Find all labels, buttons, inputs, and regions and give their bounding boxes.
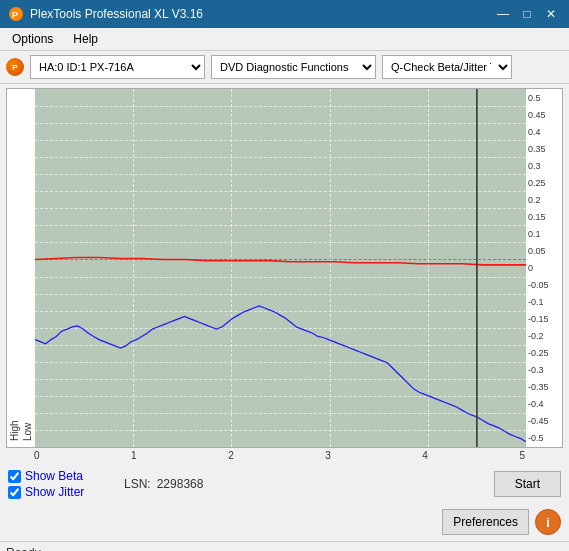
show-jitter-label: Show Jitter — [25, 485, 84, 499]
titlebar-left: P PlexTools Professional XL V3.16 — [8, 6, 203, 22]
menu-help[interactable]: Help — [67, 30, 104, 48]
chart-right-axis: 0.5 0.45 0.4 0.35 0.3 0.25 0.2 0.15 0.1 … — [526, 89, 562, 447]
show-beta-label: Show Beta — [25, 469, 83, 483]
main-content: High Low — [0, 84, 569, 541]
drive-icon: P — [6, 58, 24, 76]
show-jitter-row: Show Jitter — [8, 485, 118, 499]
show-jitter-checkbox[interactable] — [8, 486, 21, 499]
info-button[interactable]: i — [535, 509, 561, 535]
toolbar: P HA:0 ID:1 PX-716A DVD Diagnostic Funct… — [0, 51, 569, 84]
test-select[interactable]: Q-Check Beta/Jitter Test — [382, 55, 512, 79]
chart-grid — [35, 89, 526, 447]
chart-section: High Low — [6, 88, 563, 461]
status-text: Ready — [6, 546, 41, 552]
chart-container: High Low — [6, 88, 563, 448]
chart-left-axis: High Low — [7, 89, 35, 447]
titlebar: P PlexTools Professional XL V3.16 — □ ✕ — [0, 0, 569, 28]
lsn-value: 2298368 — [157, 477, 204, 491]
preferences-button[interactable]: Preferences — [442, 509, 529, 535]
show-beta-checkbox[interactable] — [8, 470, 21, 483]
chart-high-label: High — [9, 95, 20, 441]
minimize-button[interactable]: — — [493, 4, 513, 24]
lsn-section: LSN: 2298368 — [124, 477, 203, 491]
window-title: PlexTools Professional XL V3.16 — [30, 7, 203, 21]
chart-low-label: Low — [22, 95, 33, 441]
chart-x-axis: 0 1 2 3 4 5 — [6, 448, 563, 461]
bottom-controls: Show Beta Show Jitter LSN: 2298368 Start — [6, 465, 563, 503]
lsn-label: LSN: — [124, 477, 151, 491]
drive-select[interactable]: HA:0 ID:1 PX-716A — [30, 55, 205, 79]
titlebar-controls: — □ ✕ — [493, 4, 561, 24]
preferences-row: Preferences i — [6, 507, 563, 537]
show-beta-row: Show Beta — [8, 469, 118, 483]
maximize-button[interactable]: □ — [517, 4, 537, 24]
function-select[interactable]: DVD Diagnostic Functions — [211, 55, 376, 79]
close-button[interactable]: ✕ — [541, 4, 561, 24]
svg-text:P: P — [12, 10, 18, 20]
start-button[interactable]: Start — [494, 471, 561, 497]
app-icon: P — [8, 6, 24, 22]
chart-plot-area — [35, 89, 526, 447]
checkbox-group: Show Beta Show Jitter — [8, 469, 118, 499]
menubar: Options Help — [0, 28, 569, 51]
statusbar: Ready — [0, 541, 569, 551]
menu-options[interactable]: Options — [6, 30, 59, 48]
